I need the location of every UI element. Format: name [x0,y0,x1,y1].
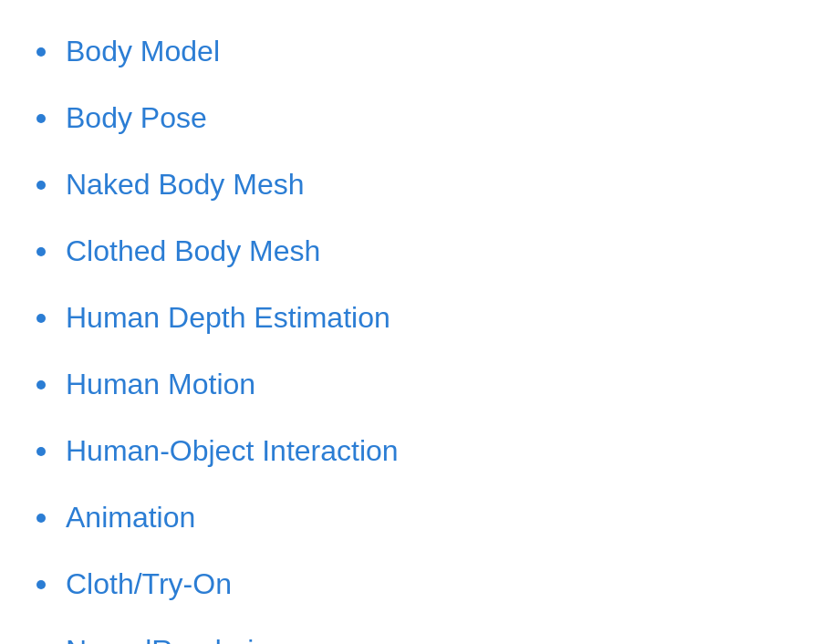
bullet-icon [36,514,46,523]
list-item: Human-Object Interaction [36,418,785,484]
list-link-body-model[interactable]: Body Model [66,35,220,68]
list-item: Clothed Body Mesh [36,218,785,285]
bullet-icon [36,447,46,456]
list-link-human-depth-estimation[interactable]: Human Depth Estimation [66,301,390,335]
list-link-cloth-try-on[interactable]: Cloth/Try-On [66,567,232,601]
bullet-icon [36,47,46,57]
list-link-human-object-interaction[interactable]: Human-Object Interaction [66,434,399,468]
list-link-animation[interactable]: Animation [66,501,195,535]
list-link-human-motion[interactable]: Human Motion [66,368,255,401]
bullet-icon [36,314,46,323]
bullet-icon [36,114,46,123]
bullet-icon [36,580,46,589]
list-item: NeuralRendering [36,618,785,644]
list-item: Body Model [36,18,785,85]
bullet-icon [36,247,46,256]
list-item: Naked Body Mesh [36,151,785,218]
list-item: Human Motion [36,351,785,418]
list-item: Human Depth Estimation [36,285,785,351]
list-link-neural-rendering[interactable]: NeuralRendering [66,634,286,644]
list-link-body-pose[interactable]: Body Pose [66,101,207,135]
main-list-container: Body ModelBody PoseNaked Body MeshClothe… [0,0,821,644]
bullet-icon [36,380,46,390]
bullet-icon [36,181,46,190]
list-link-clothed-body-mesh[interactable]: Clothed Body Mesh [66,234,320,268]
list-link-naked-body-mesh[interactable]: Naked Body Mesh [66,168,304,202]
navigation-list: Body ModelBody PoseNaked Body MeshClothe… [36,18,785,644]
list-item: Body Pose [36,85,785,151]
list-item: Cloth/Try-On [36,551,785,618]
list-item: Animation [36,484,785,551]
